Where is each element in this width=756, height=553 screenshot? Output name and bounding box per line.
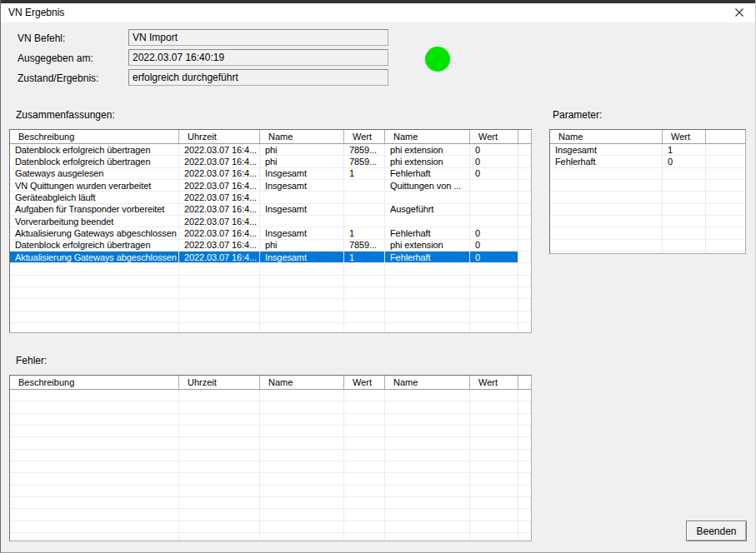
table-row[interactable]: VN Quittungen wurden verarbeitet2022.03.…	[10, 180, 531, 192]
cell	[260, 287, 344, 298]
cell	[518, 437, 531, 448]
cell	[470, 521, 518, 532]
cell	[260, 311, 344, 322]
column-header-name[interactable]: Name	[260, 376, 344, 389]
column-header-wert[interactable]: Wert	[470, 130, 518, 143]
column-header-wert[interactable]: Wert	[470, 376, 518, 389]
table-row[interactable]: Aktualisierung Gateways abgeschlossen202…	[10, 227, 531, 239]
cell: 2022.03.07 16:4...	[179, 168, 260, 179]
table-row[interactable]: Datenblock erfolgreich übertragen2022.03…	[10, 240, 531, 252]
cell: Vorverarbeitung beendet	[10, 216, 179, 227]
column-header-name[interactable]: Name	[385, 130, 470, 143]
cell: 2022.03.07 16:4...	[179, 192, 260, 202]
column-header-beschreibung[interactable]: Beschreibung	[10, 130, 179, 143]
table-row[interactable]: Fehlerhaft0	[550, 156, 745, 167]
table-row[interactable]: Vorverarbeitung beendet2022.03.07 16:4..…	[10, 216, 531, 227]
cell	[179, 401, 260, 412]
cell	[706, 192, 745, 202]
cell	[179, 437, 260, 448]
cell	[706, 252, 745, 253]
parameter-table: NameWert Insgesamt1Fehlerhaft0	[549, 129, 746, 254]
cell: Geräteabgleich läuft	[10, 192, 179, 202]
cell	[344, 509, 385, 520]
cell: 2022.03.07 16:4...	[179, 216, 260, 227]
beenden-button[interactable]: Beenden	[686, 521, 747, 541]
cell	[260, 390, 344, 401]
cell	[518, 509, 531, 520]
cell	[470, 311, 518, 322]
error-table-header-row: BeschreibungUhrzeitNameWertNameWert	[10, 376, 531, 390]
table-row[interactable]: Geräteabgleich läuft2022.03.07 16:4...	[10, 192, 531, 203]
column-header-wert[interactable]: Wert	[663, 130, 706, 143]
cell: Fehlerhaft	[385, 168, 470, 179]
cell	[179, 426, 260, 436]
cell	[179, 521, 260, 532]
cell	[179, 390, 260, 401]
column-header-uhrzeit[interactable]: Uhrzeit	[179, 376, 260, 389]
cell	[550, 180, 663, 191]
parameter-table-header-row: NameWert	[550, 130, 745, 144]
table-row-empty	[10, 486, 531, 497]
table-row-empty	[10, 426, 531, 437]
column-header-name[interactable]: Name	[260, 130, 344, 143]
cell: 2022.03.07 16:4...	[179, 240, 260, 251]
table-row[interactable]: Datenblock erfolgreich übertragen2022.03…	[10, 156, 531, 167]
table-row[interactable]: Datenblock erfolgreich übertragen2022.03…	[10, 144, 531, 156]
cell	[344, 180, 385, 191]
field-zustand-ergebnis[interactable]: erfolgreich durchgeführt	[128, 69, 388, 86]
cell	[260, 461, 344, 472]
cell: Fehlerhaft	[385, 227, 470, 238]
cell	[518, 263, 531, 274]
cell	[470, 323, 518, 332]
cell: 0	[663, 156, 706, 167]
cell	[260, 473, 344, 484]
cell	[10, 323, 179, 332]
cell	[470, 287, 518, 298]
column-header-wert[interactable]: Wert	[344, 376, 385, 389]
column-header-name[interactable]: Name	[385, 376, 470, 389]
cell	[10, 414, 179, 425]
cell	[260, 401, 344, 412]
cell	[179, 263, 260, 274]
cell	[260, 450, 344, 461]
titlebar[interactable]: VN Ergebnis	[1, 3, 756, 22]
cell	[179, 311, 260, 322]
column-header-wert[interactable]: Wert	[344, 130, 385, 143]
column-header-empty	[706, 130, 745, 143]
cell	[518, 401, 531, 412]
cell	[518, 180, 531, 191]
cell	[385, 390, 470, 401]
table-row[interactable]: Aufgaben für Transponder vorbereitet2022…	[10, 204, 531, 216]
cell: 0	[470, 240, 518, 251]
close-button[interactable]	[729, 5, 749, 20]
cell	[518, 227, 531, 238]
cell: phi	[260, 240, 344, 251]
table-row[interactable]: Gateways ausgelesen2022.03.07 16:4...Ins…	[10, 168, 531, 180]
cell	[385, 287, 470, 298]
cell	[663, 252, 706, 253]
cell	[470, 414, 518, 425]
column-header-name[interactable]: Name	[550, 130, 663, 143]
cell	[470, 263, 518, 274]
column-header-beschreibung[interactable]: Beschreibung	[10, 376, 179, 389]
cell	[385, 299, 470, 310]
cell	[260, 497, 344, 508]
cell: phi extension	[385, 156, 470, 167]
error-section-label: Fehler:	[16, 355, 47, 366]
table-row[interactable]: Insgesamt1	[550, 144, 745, 156]
field-ausgegeben-am[interactable]: 2022.03.07 16:40:19	[128, 49, 388, 66]
cell	[663, 192, 706, 202]
column-header-uhrzeit[interactable]: Uhrzeit	[179, 130, 260, 143]
cell	[344, 497, 385, 508]
cell	[10, 287, 179, 298]
field-vn-befehl[interactable]: VN Import	[128, 29, 388, 46]
cell	[385, 509, 470, 520]
cell	[344, 216, 385, 227]
cell	[344, 414, 385, 425]
cell	[10, 437, 179, 448]
table-row[interactable]: Aktualisierung Gateways abgeschlossen202…	[10, 252, 531, 263]
cell	[344, 390, 385, 401]
table-row-empty	[10, 311, 531, 323]
cell	[518, 461, 531, 472]
cell	[518, 276, 531, 286]
